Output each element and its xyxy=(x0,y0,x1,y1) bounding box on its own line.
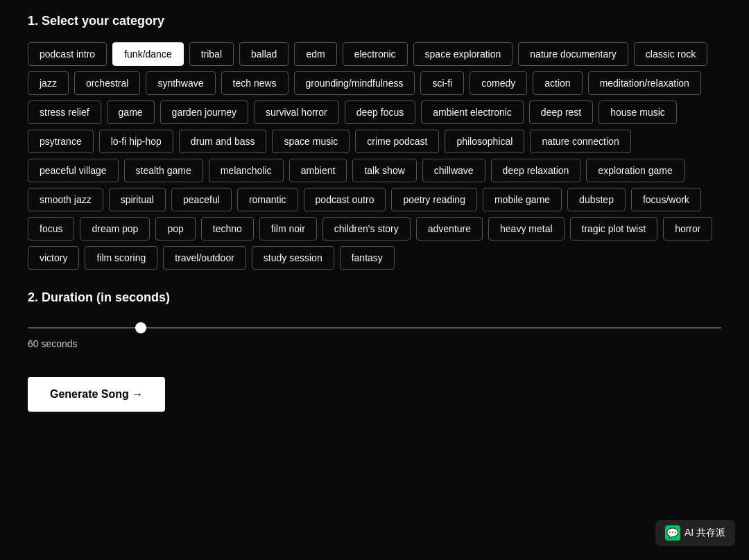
tag-orchestral[interactable]: orchestral xyxy=(74,71,140,95)
tag-travel-outdoor[interactable]: travel/outdoor xyxy=(163,246,246,270)
tag-melancholic[interactable]: melancholic xyxy=(209,159,284,182)
tag-podcast-outro[interactable]: podcast outro xyxy=(304,188,386,211)
duration-label: 60 seconds xyxy=(28,338,721,349)
tag-film-noir[interactable]: film noir xyxy=(259,217,317,240)
tag-stress-relief[interactable]: stress relief xyxy=(28,100,101,124)
tag-podcast-intro[interactable]: podcast intro xyxy=(28,42,107,66)
tag-dubstep[interactable]: dubstep xyxy=(567,188,626,211)
tag-talk-show[interactable]: talk show xyxy=(352,159,416,182)
slider-container xyxy=(28,319,721,331)
tag-game[interactable]: game xyxy=(107,100,155,124)
tag-survival-horror[interactable]: survival horror xyxy=(254,100,339,124)
tag-grounding-mindfulness[interactable]: grounding/mindfulness xyxy=(294,71,415,95)
tag-smooth-jazz[interactable]: smooth jazz xyxy=(28,188,103,211)
tag-drum-and-bass[interactable]: drum and bass xyxy=(179,130,267,153)
tag-exploration-game[interactable]: exploration game xyxy=(586,159,684,182)
tag-focus-work[interactable]: focus/work xyxy=(631,188,701,211)
tag-pop[interactable]: pop xyxy=(155,217,195,240)
tag-ambient[interactable]: ambient xyxy=(289,159,347,182)
tag-deep-relaxation[interactable]: deep relaxation xyxy=(491,159,581,182)
section1-title: 1. Select your category xyxy=(28,14,721,28)
tag-fantasy[interactable]: fantasy xyxy=(340,246,395,270)
tag-horror[interactable]: horror xyxy=(663,217,712,240)
tag-ballad[interactable]: ballad xyxy=(239,42,289,66)
tag-nature-documentary[interactable]: nature documentary xyxy=(518,42,628,66)
tag-poetry-reading[interactable]: poetry reading xyxy=(391,188,477,211)
tag-sci-fi[interactable]: sci-fi xyxy=(420,71,464,95)
tag-deep-focus[interactable]: deep focus xyxy=(345,100,416,124)
tag-heavy-metal[interactable]: heavy metal xyxy=(488,217,564,240)
tag-peaceful[interactable]: peaceful xyxy=(171,188,232,211)
generate-song-button[interactable]: Generate Song → xyxy=(28,377,165,412)
tag-spiritual[interactable]: spiritual xyxy=(109,188,166,211)
tag-tribal[interactable]: tribal xyxy=(189,42,234,66)
tag-film-scoring[interactable]: film scoring xyxy=(85,246,157,270)
tag-crime-podcast[interactable]: crime podcast xyxy=(355,130,439,153)
tag-mobile-game[interactable]: mobile game xyxy=(483,188,562,211)
wechat-icon: 💬 xyxy=(665,525,680,541)
tag-deep-rest[interactable]: deep rest xyxy=(529,100,593,124)
tag-romantic[interactable]: romantic xyxy=(237,188,298,211)
tag-philosophical[interactable]: philosophical xyxy=(445,130,524,153)
watermark: 💬 AI 共存派 xyxy=(655,520,735,546)
tag-dream-pop[interactable]: dream pop xyxy=(80,217,150,240)
tag-space-music[interactable]: space music xyxy=(272,130,350,153)
tag-victory[interactable]: victory xyxy=(28,246,79,270)
tag-nature-connection[interactable]: nature connection xyxy=(530,130,630,153)
tag-jazz[interactable]: jazz xyxy=(28,71,69,95)
tag-childrens-story[interactable]: children's story xyxy=(322,217,411,240)
tag-comedy[interactable]: comedy xyxy=(470,71,527,95)
watermark-text: AI 共存派 xyxy=(685,527,725,539)
tag-funk-dance[interactable]: funk/dance xyxy=(112,42,184,66)
tag-electronic[interactable]: electronic xyxy=(343,42,408,66)
tag-psytrance[interactable]: psytrance xyxy=(28,130,94,153)
duration-section: 2. Duration (in seconds) 60 seconds xyxy=(28,290,721,349)
tag-ambient-electronic[interactable]: ambient electronic xyxy=(421,100,524,124)
tag-focus[interactable]: focus xyxy=(28,217,74,240)
section2-title: 2. Duration (in seconds) xyxy=(28,290,721,305)
tag-action[interactable]: action xyxy=(533,71,582,95)
tag-tragic-plot-twist[interactable]: tragic plot twist xyxy=(570,217,658,240)
tag-stealth-game[interactable]: stealth game xyxy=(124,159,203,182)
tags-container: podcast introfunk/dancetribalballadedmel… xyxy=(28,42,721,270)
tag-house-music[interactable]: house music xyxy=(599,100,677,124)
tag-synthwave[interactable]: synthwave xyxy=(146,71,215,95)
duration-slider[interactable] xyxy=(28,327,721,329)
tag-garden-journey[interactable]: garden journey xyxy=(160,100,248,124)
tag-edm[interactable]: edm xyxy=(294,42,336,66)
tag-peaceful-village[interactable]: peaceful village xyxy=(28,159,119,182)
tag-study-session[interactable]: study session xyxy=(252,246,334,270)
tag-lo-fi-hip-hop[interactable]: lo-fi hip-hop xyxy=(99,130,173,153)
tag-chillwave[interactable]: chillwave xyxy=(422,159,485,182)
tag-meditation-relaxation[interactable]: meditation/relaxation xyxy=(588,71,701,95)
tag-tech-news[interactable]: tech news xyxy=(221,71,289,95)
tag-classic-rock[interactable]: classic rock xyxy=(634,42,707,66)
tag-space-exploration[interactable]: space exploration xyxy=(413,42,513,66)
tag-adventure[interactable]: adventure xyxy=(416,217,483,240)
tag-techno[interactable]: techno xyxy=(201,217,254,240)
